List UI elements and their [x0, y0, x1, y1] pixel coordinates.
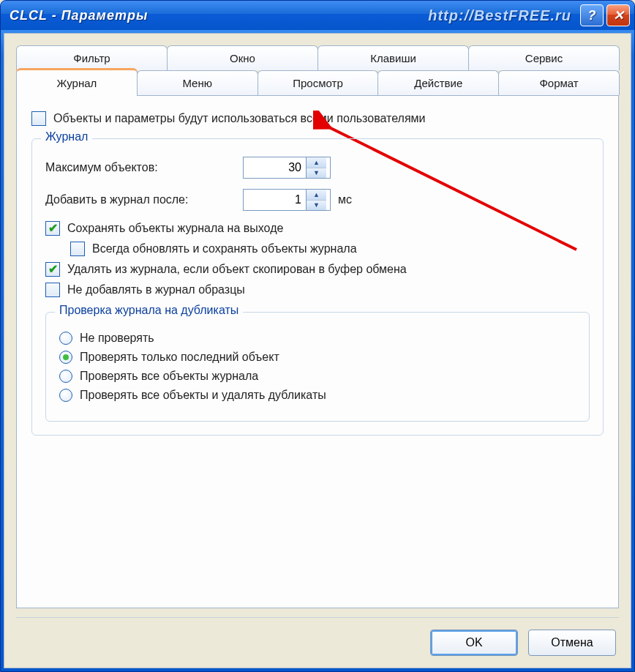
shared-checkbox-row: Объекты и параметры будут использоваться… [31, 111, 604, 126]
titlebar[interactable]: CLCL - Параметры http://BestFREE.ru ? ✕ [1, 1, 634, 30]
always-update-checkbox[interactable] [70, 242, 85, 256]
dup-option-3-radio[interactable] [59, 389, 72, 402]
chevron-up-icon: ▲ [313, 159, 320, 166]
add-after-spinner: ▲ ▼ [243, 189, 331, 211]
tab-panel-journal: Объекты и параметры будут использоваться… [16, 95, 619, 608]
tab-menu[interactable]: Меню [137, 70, 258, 95]
add-after-input[interactable] [244, 190, 306, 210]
journal-groupbox: Журнал Максимум объектов: ▲ ▼ Добавить [31, 138, 604, 436]
settings-window: CLCL - Параметры http://BestFREE.ru ? ✕ … [0, 0, 635, 672]
dialog-button-bar: OK Отмена [16, 617, 619, 659]
watermark-text: http://BestFREE.ru [428, 7, 571, 24]
always-update-row: Всегда обновлять и сохранять объекты жур… [70, 242, 590, 256]
delete-if-copied-label: Удалять из журнала, если объект скопиров… [67, 263, 407, 276]
dup-option-3-row: Проверять все объекты и удалять дубликат… [59, 389, 576, 402]
no-samples-row: Не добавлять в журнал образцы [45, 283, 590, 297]
always-update-label: Всегда обновлять и сохранять объекты жур… [92, 242, 357, 255]
tab-row-2: Журнал Меню Просмотр Действие Формат [16, 70, 619, 96]
max-objects-spin-down[interactable]: ▼ [307, 168, 326, 179]
tab-service[interactable]: Сервис [468, 45, 620, 70]
tab-control: Фильтр Окно Клавиши Сервис Журнал Меню П… [16, 45, 619, 608]
tab-journal[interactable]: Журнал [16, 68, 138, 96]
add-after-row: Добавить в журнал после: ▲ ▼ мс [45, 189, 590, 211]
dup-option-2-row: Проверять все объекты журнала [59, 370, 576, 383]
dup-option-0-row: Не проверять [59, 332, 576, 345]
delete-if-copied-row: Удалять из журнала, если объект скопиров… [45, 262, 590, 277]
tab-view[interactable]: Просмотр [258, 70, 379, 95]
chevron-up-icon: ▲ [313, 191, 320, 198]
delete-if-copied-checkbox[interactable] [45, 262, 60, 277]
save-on-exit-checkbox[interactable] [45, 221, 60, 236]
dup-option-3-label: Проверять все объекты и удалять дубликат… [80, 389, 326, 402]
close-button[interactable]: ✕ [606, 4, 630, 26]
chevron-down-icon: ▼ [313, 201, 320, 209]
chevron-down-icon: ▼ [313, 169, 320, 176]
max-objects-row: Максимум объектов: ▲ ▼ [45, 157, 590, 179]
duplicates-group-legend: Проверка журнала на дубликаты [55, 304, 243, 317]
dup-option-0-radio[interactable] [59, 332, 72, 345]
window-title: CLCL - Параметры [10, 8, 148, 23]
max-objects-label: Максимум объектов: [45, 161, 243, 174]
tab-filter[interactable]: Фильтр [16, 45, 168, 70]
dup-option-1-row: Проверять только последний объект [59, 351, 576, 364]
add-after-spin-up[interactable]: ▲ [307, 190, 326, 201]
max-objects-spin-up[interactable]: ▲ [307, 157, 326, 168]
tab-row-1: Фильтр Окно Клавиши Сервис [16, 45, 619, 70]
cancel-button[interactable]: Отмена [528, 630, 616, 656]
max-objects-input[interactable] [244, 157, 306, 178]
shared-checkbox[interactable] [31, 111, 46, 126]
tab-window[interactable]: Окно [167, 45, 318, 70]
dup-option-2-label: Проверять все объекты журнала [80, 370, 258, 383]
help-button[interactable]: ? [580, 4, 604, 26]
no-samples-label: Не добавлять в журнал образцы [67, 283, 245, 296]
no-samples-checkbox[interactable] [45, 283, 60, 297]
journal-group-legend: Журнал [41, 130, 92, 143]
tab-format[interactable]: Формат [498, 70, 620, 95]
add-after-unit: мс [338, 193, 352, 206]
add-after-spin-down[interactable]: ▼ [307, 201, 326, 211]
tab-action[interactable]: Действие [377, 70, 499, 95]
dup-option-0-label: Не проверять [80, 332, 154, 345]
save-on-exit-row: Сохранять объекты журнала на выходе [45, 221, 590, 236]
client-area: Фильтр Окно Клавиши Сервис Журнал Меню П… [4, 33, 631, 668]
shared-checkbox-label: Объекты и параметры будут использоваться… [53, 112, 425, 125]
save-on-exit-label: Сохранять объекты журнала на выходе [67, 222, 283, 235]
add-after-label: Добавить в журнал после: [45, 193, 243, 206]
dup-option-1-radio[interactable] [59, 351, 72, 364]
tab-keys[interactable]: Клавиши [318, 45, 469, 70]
close-icon: ✕ [613, 7, 624, 23]
duplicates-groupbox: Проверка журнала на дубликаты Не проверя… [45, 312, 590, 422]
max-objects-spinner: ▲ ▼ [243, 157, 331, 179]
dup-option-1-label: Проверять только последний объект [80, 351, 279, 364]
dup-option-2-radio[interactable] [59, 370, 72, 383]
ok-button[interactable]: OK [430, 630, 518, 656]
help-icon: ? [588, 8, 596, 23]
